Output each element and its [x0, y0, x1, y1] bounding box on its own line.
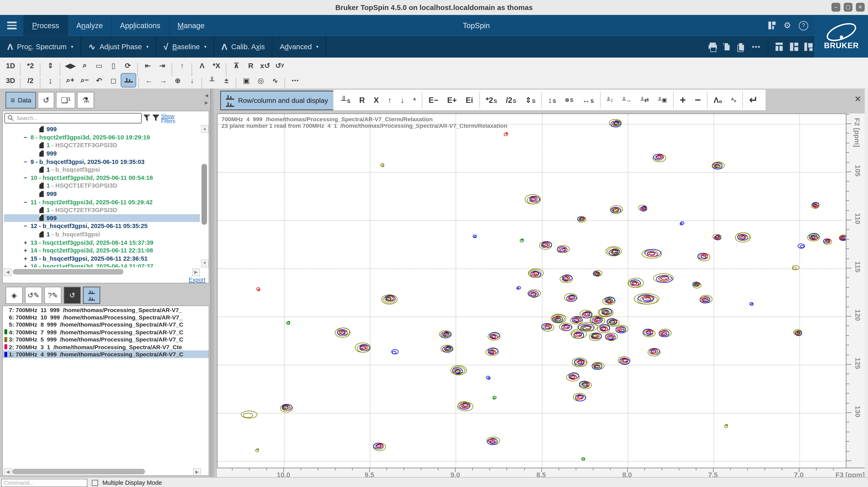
expand-icon[interactable]: +	[23, 263, 28, 267]
tree-item[interactable]: 1 - b_hsqcetf3gpsi	[4, 230, 200, 238]
menu-process[interactable]: Process	[23, 15, 67, 36]
tree-item[interactable]: 1 - HSQCT1ETF3GPSI3D	[4, 182, 200, 190]
history-bubble-button[interactable]: ↺	[64, 287, 81, 304]
rotate-x-button[interactable]: x↺	[258, 61, 273, 70]
list-horizontal-scrollbar[interactable]: ◀ ▶	[4, 468, 201, 475]
search-input[interactable]: Search...	[4, 113, 142, 124]
minimize-button[interactable]: –	[832, 3, 840, 12]
target-button[interactable]: ◎	[253, 76, 268, 85]
scroll-thumb-horizontal[interactable]	[13, 269, 123, 274]
toolbar-adjust-phase[interactable]: ∿Adjust Phase▾	[81, 36, 156, 58]
hamburger-menu-icon[interactable]	[0, 15, 23, 36]
gear-icon[interactable]: ⚙	[784, 21, 791, 30]
help-icon[interactable]: ?	[799, 21, 808, 30]
more-actions-icon[interactable]: •••	[752, 43, 761, 51]
right-limit-button[interactable]: ⇥	[155, 61, 169, 70]
tab-flask[interactable]: ⚗	[77, 92, 94, 108]
spectool-xx[interactable]: ╨⇄	[636, 97, 653, 103]
show-filters-link[interactable]: Show Filters	[161, 113, 183, 123]
toolbar-advanced[interactable]: Advanced▾	[273, 36, 326, 58]
export-document-icon[interactable]	[723, 43, 732, 51]
scroll-thumb-horizontal[interactable]	[12, 469, 145, 474]
spectool-x[interactable]: ⊕S	[560, 97, 578, 103]
layout-settings-icon[interactable]	[804, 43, 813, 51]
tree-horizontal-scrollbar[interactable]: ◀ ▶	[4, 268, 200, 275]
expand-icon[interactable]: +	[23, 255, 28, 262]
scroll-up-icon[interactable]: ▲	[201, 125, 209, 133]
collapse-icon[interactable]: −	[23, 174, 28, 181]
structure-button[interactable]: ◈	[5, 287, 23, 304]
filter-icon[interactable]	[152, 115, 159, 122]
multiply-2-button[interactable]: *2	[23, 61, 38, 70]
spectool-xx[interactable]: ╨↔	[618, 97, 636, 103]
tree-vertical-scrollbar[interactable]: ▲ ▼	[201, 125, 208, 267]
refresh-button[interactable]: ⟳	[121, 61, 135, 70]
print-icon[interactable]	[709, 43, 717, 51]
menu-applications[interactable]: Applications	[111, 15, 169, 36]
scale-up-button[interactable]: ↑	[175, 61, 189, 70]
expand-icon[interactable]: +	[23, 239, 28, 246]
tree-item[interactable]: +14 - hsqct2etf3gpsi3d, 2025-06-11 22:31…	[4, 246, 200, 254]
grid-button[interactable]: ⊼	[229, 61, 244, 70]
vertical-scale-button[interactable]: ⇕	[43, 61, 58, 70]
spectool-R[interactable]: R	[355, 96, 369, 104]
multiply-x-button[interactable]: *X	[209, 61, 224, 70]
expand-vertical-button[interactable]: ▯	[106, 61, 121, 70]
spectool-x[interactable]: ↔S	[578, 96, 598, 104]
command-input[interactable]: Command...	[1, 479, 87, 487]
tree-item[interactable]: −12 - b_hsqcetf3gpsi, 2025-06-11 05:35:2…	[4, 222, 200, 230]
tree-item[interactable]: 999	[4, 125, 200, 133]
maximize-button[interactable]: ▢	[844, 3, 852, 12]
clear-filter-icon[interactable]	[143, 115, 150, 122]
multiple-spectra-button[interactable]	[83, 287, 100, 304]
divide-2-button[interactable]: /2	[23, 76, 38, 85]
plus-minus-button[interactable]: ±	[219, 76, 234, 85]
peak-pick-button[interactable]: ∿	[268, 76, 282, 85]
tree-item[interactable]: 1 - b_hsqcetf3gpsi	[4, 165, 200, 174]
spectrum-list-row[interactable]: 1: 700MHz 4 999 /home/thomas/Processing_…	[3, 351, 209, 358]
spectool-xx[interactable]: ╨↕	[602, 97, 618, 103]
spectool-xx[interactable]: ╨▣	[653, 97, 672, 103]
tab-window-layout[interactable]: ❏¹	[56, 92, 75, 108]
window-arrangement-icon[interactable]	[768, 22, 776, 29]
scroll-left-icon[interactable]: ◀	[4, 468, 12, 476]
spectool-+[interactable]: +	[675, 94, 690, 106]
tree-item[interactable]: −9 - b_hsqcetf3gpsi, 2025-06-10 19:35:03	[4, 157, 200, 165]
peak-display-button[interactable]: Λ	[195, 61, 210, 70]
tree-item[interactable]: −11 - hsqct2etf3gpsi3d, 2025-06-11 05:29…	[4, 198, 200, 206]
fit-vertical-button[interactable]: ↨	[43, 76, 58, 85]
expand-icon[interactable]: +	[23, 247, 28, 254]
tab-history[interactable]: ↺	[38, 92, 55, 108]
tree-item[interactable]: 999	[4, 214, 200, 222]
spectrum-list-row[interactable]: 6: 700MHz 10 999 /home/thomas/Processing…	[3, 314, 209, 321]
spectool-X[interactable]: X	[369, 96, 383, 104]
menu-manage[interactable]: Manage	[168, 15, 213, 36]
rotate-y-button[interactable]: ↺ʸ	[272, 61, 287, 70]
zoom-out-button[interactable]: ⌕−	[78, 76, 92, 85]
shift-right-button[interactable]: →	[156, 76, 170, 85]
collapse-icon[interactable]: −	[23, 134, 28, 141]
copy-document-icon[interactable]	[738, 43, 746, 51]
toolbar-baseline[interactable]: √Baseline▾	[156, 36, 214, 58]
row-column-dual-display-button[interactable]: Row/column and dual display	[220, 91, 334, 110]
save-region-button[interactable]: ▣	[239, 76, 253, 85]
scroll-thumb[interactable]	[202, 164, 207, 225]
toolbar-proc-spectrum[interactable]: ΛProc. Spectrum▾	[0, 36, 81, 58]
spectrum-list-row[interactable]: 3: 700MHz 5 999 /home/thomas/Processing_…	[3, 336, 209, 343]
spectool-x2[interactable]: *2S	[482, 96, 501, 104]
panel-collapse-arrows[interactable]: ◀▶	[205, 93, 208, 105]
close-button[interactable]: ✕	[856, 3, 865, 12]
spectool-x[interactable]: ᴬ	[409, 97, 420, 103]
spectool-x[interactable]: ↓	[396, 96, 409, 104]
spectool-x[interactable]: ╨S	[337, 96, 355, 104]
scroll-right-icon[interactable]: ▶	[193, 468, 201, 476]
collapse-icon[interactable]: −	[23, 158, 28, 165]
horizontal-expand-button[interactable]: ◀▶	[63, 61, 78, 70]
tree-item[interactable]: −8 - hsqct2etf3gpsi3d, 2025-06-10 19:29:…	[4, 133, 200, 141]
3d-mode-button[interactable]: 3D	[3, 76, 18, 85]
spectrum-plot[interactable]: 700MHz 4 999 /home/thomas/Processing_Spe…	[217, 113, 847, 469]
collapse-icon[interactable]: −	[23, 199, 28, 205]
spectool-Ei[interactable]: Ei	[461, 96, 477, 104]
undo-zoom-button[interactable]: ↶	[92, 76, 106, 85]
multiple-display-checkbox[interactable]: ∷	[92, 480, 98, 486]
